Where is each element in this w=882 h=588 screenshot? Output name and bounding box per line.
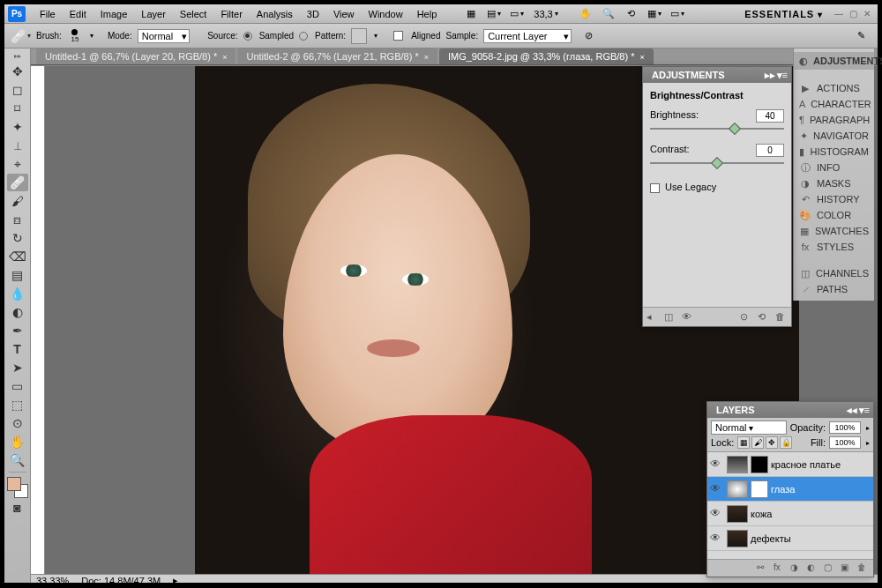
reset-icon[interactable]: ⟲ [758,311,770,324]
current-tool-icon[interactable]: 🩹▾ [10,27,31,45]
layer-name[interactable]: кожа [751,509,772,519]
layer-row[interactable]: 👁 дефекты [707,526,873,551]
contrast-slider[interactable] [650,162,784,164]
brightness-value[interactable]: 40 [756,109,784,123]
return-icon[interactable]: ◂ [647,311,659,324]
layer-name[interactable]: красное платье [771,459,841,470]
pattern-swatch[interactable] [351,28,367,44]
menu-help[interactable]: Help [410,6,445,22]
zoom-tool-icon[interactable]: 🔍 [598,6,619,22]
collapse-icon[interactable]: ▸▸ [765,70,775,81]
brush-tool[interactable]: 🖌 [7,192,28,210]
3d-camera-tool[interactable]: ⊙ [7,414,28,432]
move-tool[interactable]: ✥ [7,63,28,80]
panel-swatches[interactable]: ▦SWATCHES [794,223,874,239]
new-layer-icon[interactable]: ▣ [841,562,853,575]
history-brush-tool[interactable]: ↻ [7,229,28,247]
layer-row[interactable]: 👁 глаза [707,477,873,502]
color-swatches[interactable] [7,477,28,498]
zoom-tool[interactable]: 🔍 [7,451,28,469]
pen-tool[interactable]: ✒ [7,322,28,339]
layer-row[interactable]: 👁 красное платье [707,452,873,477]
status-doc-size[interactable]: Doc: 14,8M/47,3M [81,576,161,584]
extras-icon[interactable]: ▭▾ [667,6,688,22]
close-icon[interactable]: × [222,53,227,62]
close-icon[interactable]: × [424,53,429,62]
status-zoom[interactable]: 33,33% [36,576,69,584]
ps-logo[interactable]: Ps [8,6,26,22]
panel-history[interactable]: ↶HISTORY [794,191,874,207]
marquee-tool[interactable]: ◻ [7,81,28,99]
clip-icon[interactable]: ◫ [664,311,676,324]
lock-pixels-icon[interactable]: 🖌 [751,436,764,449]
fx-icon[interactable]: fx [774,562,786,575]
crop-tool[interactable]: ⟂ [7,137,28,154]
layer-thumb[interactable] [727,480,748,498]
stamp-tool[interactable]: ⧈ [7,211,28,228]
sampled-radio[interactable] [243,32,252,41]
brush-preset[interactable]: 15 [67,28,83,44]
layer-thumb[interactable] [727,505,748,523]
hand-tool-icon[interactable]: ✋ [575,6,596,22]
legacy-checkbox[interactable] [650,183,660,193]
tools-grip[interactable]: ▸▸ [14,52,21,60]
layer-mask[interactable] [751,456,768,473]
link-icon[interactable]: ⚯ [757,562,769,575]
status-arrow-icon[interactable]: ▸ [173,575,178,583]
dodge-tool[interactable]: ◐ [7,303,28,321]
prev-state-icon[interactable]: ⊙ [740,311,752,324]
doc-tab-3[interactable]: IMG_9058-2.jpg @ 33,3% (глаза, RGB/8) *× [439,48,654,64]
workspace-switcher[interactable]: ESSENTIALS ▾ [736,7,832,21]
layer-name[interactable]: глаза [771,484,795,495]
panel-channels[interactable]: ◫CHANNELS [794,265,874,281]
close-icon[interactable]: × [639,53,644,62]
type-tool[interactable]: T [7,340,28,358]
layers-titlebar[interactable]: LAYERS ◂◂▾≡ [707,402,873,418]
layer-mask[interactable] [751,480,768,498]
adjustments-titlebar[interactable]: ADJUSTMENTS ▸▸▾≡ [643,67,791,83]
menu-icon[interactable]: ▾≡ [859,405,870,416]
visibility-icon[interactable]: 👁 [710,507,724,521]
panel-actions[interactable]: ▶ACTIONS [794,80,874,96]
screen-mode-icon[interactable]: ▭▾ [506,6,527,22]
sample-select[interactable]: Current Layer▾ [483,29,572,43]
lasso-tool[interactable]: ⌑ [7,100,28,117]
eraser-tool[interactable]: ⌫ [7,248,28,265]
minimize-button[interactable]: — [833,9,845,19]
layer-row[interactable]: 👁 кожа [707,502,873,526]
doc-tab-2[interactable]: Untitled-2 @ 66,7% (Layer 21, RGB/8) *× [237,48,437,64]
group-icon[interactable]: ▢ [824,562,836,575]
layer-name[interactable]: дефекты [751,533,791,544]
menu-filter[interactable]: Filter [213,6,249,22]
3d-tool[interactable]: ⬚ [7,396,28,413]
panel-adjustments-head[interactable]: ◐ADJUSTMENTS [794,52,874,70]
arrange2-icon[interactable]: ▦▾ [644,6,665,22]
ignore-adj-icon[interactable]: ⊘ [578,28,599,44]
zoom-level[interactable]: 33,3▾ [528,9,563,19]
quick-mask-icon[interactable]: ◙ [7,499,28,517]
view-icon[interactable]: 👁 [682,311,694,324]
menu-image[interactable]: Image [93,6,135,22]
panel-paths[interactable]: ⟋PATHS [794,281,874,297]
panel-color[interactable]: 🎨COLOR [794,207,874,223]
trash-icon[interactable]: 🗑 [775,311,788,324]
menu-layer[interactable]: Layer [134,6,173,22]
trash-icon[interactable]: 🗑 [857,562,870,575]
opacity-value[interactable]: 100% [829,421,861,434]
panel-styles[interactable]: fxSTYLES [794,239,874,255]
menu-window[interactable]: Window [362,6,410,22]
layer-thumb[interactable] [727,456,748,473]
aligned-checkbox[interactable] [393,31,403,41]
layer-thumb[interactable] [727,530,748,547]
ruler-vertical[interactable] [31,66,45,574]
hand-tool[interactable]: ✋ [7,433,28,450]
arrange-docs-icon[interactable]: ▤▾ [483,6,505,22]
menu-analysis[interactable]: Analysis [250,6,300,22]
maximize-button[interactable]: ▢ [847,9,859,19]
shape-tool[interactable]: ▭ [7,377,28,395]
quick-select-tool[interactable]: ✦ [7,118,28,136]
menu-edit[interactable]: Edit [63,6,93,22]
eyedropper-tool[interactable]: ⌖ [7,155,28,173]
adj-layer-icon[interactable]: ◐ [807,562,819,575]
collapse-icon[interactable]: ◂◂ [847,405,857,416]
